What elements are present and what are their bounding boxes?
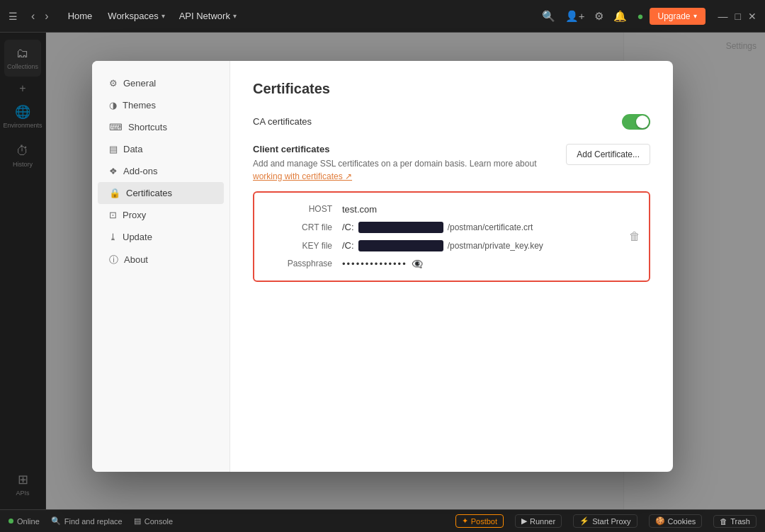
ca-certs-toggle[interactable] [622,114,650,130]
crt-redacted [358,222,443,233]
window-controls: — □ ✕ [718,11,756,22]
api-network-dropdown[interactable]: API Network ▾ [175,11,241,21]
maximize-button[interactable]: □ [735,11,741,22]
avatar-icon[interactable]: ● [637,10,643,22]
cert-passphrase-row: Passphrase •••••••••••••• 👁‍🗨 [268,259,635,269]
crt-value: /C: /postman/certificate.crt [342,222,533,233]
console-button[interactable]: ▤ Console [134,516,173,526]
shortcuts-icon: ⌨ [109,122,123,132]
nav-data[interactable]: ▤ Data [98,138,224,160]
ca-certs-label: CA certificates [253,116,312,127]
addons-icon: ❖ [109,166,118,176]
nav-themes[interactable]: ◑ Themes [98,94,224,116]
themes-icon: ◑ [109,100,117,111]
cert-host-row: HOST test.com [268,204,635,215]
key-value: /C: /postman/private_key.key [342,240,543,251]
titlebar-icons: 🔍 👤+ ⚙ 🔔 ● [542,10,644,23]
statusbar: Online 🔍 Find and replace ▤ Console ✦ Po… [0,509,765,532]
data-icon: ▤ [109,144,118,154]
modal-title: Certificates [253,81,650,97]
client-cert-desc: Add and manage SSL certificates on a per… [253,157,555,183]
about-icon: ⓘ [109,254,118,266]
update-icon: ⤓ [109,232,117,242]
minimize-button[interactable]: — [718,11,728,22]
workspaces-dropdown[interactable]: Workspaces ▾ [103,11,169,21]
proxy-status-icon: ⚡ [579,516,589,526]
start-proxy-button[interactable]: ⚡ Start Proxy [573,514,637,528]
certificate-card: 🗑 HOST test.com CRT file /C: /postman/ce… [253,191,650,282]
upgrade-button[interactable]: Upgrade ▾ [650,8,706,25]
online-dot [8,519,13,523]
notifications-icon[interactable]: 🔔 [613,10,627,23]
passphrase-label: Passphrase [268,259,332,268]
trash-icon: 🗑 [720,517,727,526]
runner-button[interactable]: ▶ Runner [515,514,562,528]
runner-icon: ▶ [521,516,527,526]
cert-crt-row: CRT file /C: /postman/certificate.crt [268,222,635,233]
key-redacted [358,240,443,251]
host-value: test.com [342,204,377,215]
cookies-button[interactable]: 🍪 Cookies [649,514,703,528]
nav-addons[interactable]: ❖ Add-ons [98,160,224,182]
key-label: KEY file [268,241,332,251]
nav-general[interactable]: ⚙ General [98,72,224,94]
client-cert-title: Client certificates [253,144,555,154]
postbot-icon: ✦ [462,516,468,526]
nav-certificates[interactable]: 🔒 Certificates [98,182,224,204]
modal-body: ⚙ General ◑ Themes ⌨ Shortcuts ▤ Data ❖ … [92,61,673,472]
close-button[interactable]: ✕ [748,11,756,22]
add-certificate-button[interactable]: Add Certificate... [566,144,650,165]
ca-certs-row: CA certificates [253,114,650,130]
search-icon[interactable]: 🔍 [542,10,555,23]
host-label: HOST [268,204,332,214]
back-button[interactable]: ‹ [28,9,38,24]
settings-icon[interactable]: ⚙ [594,10,604,23]
online-status[interactable]: Online [8,517,40,526]
forward-button[interactable]: › [41,9,52,24]
nav-update[interactable]: ⤓ Update [98,226,224,248]
nav-proxy[interactable]: ⊡ Proxy [98,204,224,226]
working-with-certs-link[interactable]: working with certificates ↗ [253,171,352,181]
toggle-passphrase-icon[interactable]: 👁‍🗨 [412,259,423,269]
crt-label: CRT file [268,222,332,232]
delete-cert-icon[interactable]: 🗑 [629,230,640,243]
cookies-icon: 🍪 [655,516,665,526]
proxy-icon: ⊡ [109,210,117,220]
postbot-button[interactable]: ✦ Postbot [455,514,504,528]
cert-key-row: KEY file /C: /postman/private_key.key [268,240,635,251]
trash-button[interactable]: 🗑 Trash [713,515,756,528]
titlebar: ☰ ‹ › Home Workspaces ▾ API Network ▾ 🔍 … [0,0,765,33]
certificates-icon: 🔒 [109,188,120,198]
client-cert-info: Client certificates Add and manage SSL c… [253,144,555,183]
modal-sidebar: ⚙ General ◑ Themes ⌨ Shortcuts ▤ Data ❖ … [92,61,230,472]
nav-about[interactable]: ⓘ About [98,248,224,272]
settings-modal: ⚙ General ◑ Themes ⌨ Shortcuts ▤ Data ❖ … [92,61,673,472]
modal-content: Certificates CA certificates Client cert… [230,61,673,472]
nav-buttons: ‹ › [28,9,52,24]
client-certs-header: Client certificates Add and manage SSL c… [253,144,650,183]
invite-icon[interactable]: 👤+ [565,10,585,23]
menu-icon[interactable]: ☰ [8,11,18,22]
find-replace-icon: 🔍 [51,516,61,526]
console-icon: ▤ [134,516,141,526]
passphrase-dots: •••••••••••••• [342,259,407,269]
general-icon: ⚙ [109,78,118,89]
find-replace-button[interactable]: 🔍 Find and replace [51,516,123,526]
passphrase-value: •••••••••••••• 👁‍🗨 [342,259,423,269]
home-link[interactable]: Home [62,11,98,21]
nav-shortcuts[interactable]: ⌨ Shortcuts [98,116,224,138]
